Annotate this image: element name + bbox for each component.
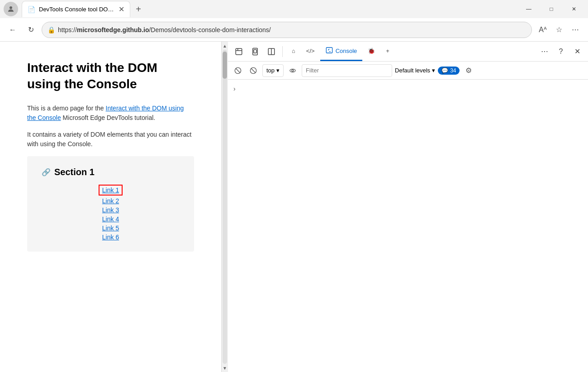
url-prefix: https:// bbox=[58, 26, 77, 33]
section-1-heading: 🔗 Section 1 bbox=[42, 167, 180, 177]
tab-debug[interactable]: 🐞 bbox=[362, 42, 380, 61]
more-options-button[interactable]: ⋯ bbox=[568, 23, 583, 37]
console-tab-icon bbox=[326, 47, 333, 55]
section-link-5[interactable]: Link 5 bbox=[102, 224, 119, 232]
devtools-tabs: ⌂ </> Console 🐞 + bbox=[286, 42, 395, 61]
url-bar[interactable]: 🔒 https://microsoftedge.github.io/Demos/… bbox=[42, 22, 532, 38]
context-label: top bbox=[266, 67, 275, 74]
inspect-element-button[interactable] bbox=[232, 44, 246, 59]
default-levels-selector[interactable]: Default levels ▾ bbox=[395, 67, 435, 74]
profile-icon[interactable] bbox=[4, 2, 18, 16]
scroll-up-arrow[interactable]: ▲ bbox=[222, 43, 228, 49]
devtools-close-button[interactable]: ✕ bbox=[570, 44, 584, 59]
section-link-4[interactable]: Link 4 bbox=[102, 215, 119, 223]
svg-line-9 bbox=[328, 49, 329, 50]
active-tab[interactable]: 📄 DevTools Console tool DOM inte ✕ bbox=[22, 1, 130, 17]
refresh-button[interactable]: ↻ bbox=[24, 23, 38, 37]
new-tab-button[interactable]: + bbox=[132, 3, 145, 15]
address-bar: ← ↻ 🔒 https://microsoftedge.github.io/De… bbox=[0, 18, 588, 42]
scroll-track bbox=[223, 50, 227, 364]
section-link-6[interactable]: Link 6 bbox=[102, 234, 119, 241]
url-text: https://microsoftedge.github.io/Demos/de… bbox=[58, 26, 271, 33]
scroll-indicator: ▲ ▼ bbox=[222, 42, 228, 372]
message-count-value: 34 bbox=[450, 67, 456, 74]
toolbar-separator bbox=[282, 46, 283, 57]
source-icon: </> bbox=[306, 48, 315, 54]
window-controls: — □ ✕ bbox=[518, 2, 584, 16]
console-tab-label: Console bbox=[336, 48, 357, 54]
favorites-button[interactable]: ☆ bbox=[552, 23, 566, 37]
title-bar: 📄 DevTools Console tool DOM inte ✕ + — □… bbox=[0, 0, 588, 18]
console-content: › bbox=[228, 80, 588, 372]
filter-input[interactable] bbox=[302, 64, 392, 77]
bug-icon: 🐞 bbox=[368, 48, 375, 54]
devtools-help-button[interactable]: ? bbox=[554, 44, 568, 59]
url-path: /Demos/devtools-console-dom-interactions… bbox=[149, 26, 270, 33]
address-actions: Aᴬ ☆ ⋯ bbox=[536, 23, 583, 37]
paragraph-1-suffix: Microsoft Edge DevTools tutorial. bbox=[61, 114, 156, 121]
paragraph-2: It contains a variety of DOM elements th… bbox=[27, 130, 194, 149]
maximize-button[interactable]: □ bbox=[541, 2, 562, 16]
devtools-toolbar-end: ⋯ ? ✕ bbox=[537, 44, 584, 59]
section-link-3[interactable]: Link 3 bbox=[102, 206, 119, 214]
context-selector[interactable]: top ▾ bbox=[262, 64, 284, 77]
tab-icon: 📄 bbox=[28, 6, 35, 13]
close-button[interactable]: ✕ bbox=[564, 2, 584, 16]
tab-bar: 📄 DevTools Console tool DOM inte ✕ + bbox=[22, 1, 518, 17]
section-1-links: Link 1 Link 2 Link 3 Link 4 Link 5 Link … bbox=[42, 185, 180, 241]
tab-title: DevTools Console tool DOM inte bbox=[39, 6, 115, 13]
devtools-toolbar: ⌂ </> Console 🐞 + ⋯ bbox=[228, 42, 588, 62]
message-count-badge: 💬 34 bbox=[438, 67, 460, 75]
console-prompt[interactable]: › bbox=[232, 83, 241, 94]
back-button[interactable]: ← bbox=[5, 23, 20, 37]
section-link-1[interactable]: Link 1 bbox=[99, 185, 123, 196]
message-count-icon: 💬 bbox=[441, 67, 448, 74]
console-settings-button[interactable]: ⚙ bbox=[462, 64, 475, 77]
svg-point-0 bbox=[9, 6, 12, 9]
webpage-content: Interact with the DOM using the Console … bbox=[0, 42, 222, 372]
url-domain: microsoftedge.github.io bbox=[77, 26, 149, 33]
svg-rect-1 bbox=[236, 48, 242, 55]
clear-console-button[interactable] bbox=[232, 64, 244, 77]
tab-elements[interactable]: ⌂ bbox=[286, 42, 301, 61]
svg-rect-8 bbox=[326, 48, 332, 53]
device-mode-button[interactable] bbox=[248, 44, 262, 59]
main-area: Interact with the DOM using the Console … bbox=[0, 42, 588, 372]
scroll-down-arrow[interactable]: ▼ bbox=[222, 365, 228, 371]
toggle-panel-button[interactable] bbox=[264, 44, 279, 59]
paragraph-1: This is a demo page for the Interact wit… bbox=[27, 104, 194, 123]
svg-line-12 bbox=[236, 68, 240, 72]
svg-line-14 bbox=[251, 68, 255, 72]
lock-icon: 🔒 bbox=[47, 26, 55, 33]
add-tab-icon: + bbox=[386, 48, 389, 54]
svg-point-16 bbox=[292, 70, 294, 72]
page-heading: Interact with the DOM using the Console bbox=[27, 60, 194, 93]
eye-button[interactable] bbox=[286, 64, 299, 77]
filter-button[interactable] bbox=[247, 64, 260, 77]
minimize-button[interactable]: — bbox=[518, 2, 539, 16]
section-1-box: 🔗 Section 1 Link 1 Link 2 Link 3 Link 4 … bbox=[27, 156, 194, 252]
paragraph-1-prefix: This is a demo page for the bbox=[27, 105, 106, 112]
chain-icon: 🔗 bbox=[42, 168, 51, 176]
devtools-more-button[interactable]: ⋯ bbox=[537, 44, 552, 59]
section-1-title: Section 1 bbox=[54, 167, 95, 177]
context-dropdown-icon: ▾ bbox=[276, 67, 280, 74]
tab-sources[interactable]: </> bbox=[301, 42, 320, 61]
tab-close-button[interactable]: ✕ bbox=[119, 6, 124, 13]
read-aloud-button[interactable]: Aᴬ bbox=[536, 23, 550, 37]
section-link-2[interactable]: Link 2 bbox=[102, 197, 119, 205]
scroll-thumb[interactable] bbox=[223, 52, 227, 79]
levels-dropdown-icon: ▾ bbox=[432, 67, 435, 74]
devtools-panel: ⌂ </> Console 🐞 + ⋯ bbox=[228, 42, 588, 372]
tab-console[interactable]: Console bbox=[320, 42, 363, 61]
tab-add[interactable]: + bbox=[380, 42, 395, 61]
home-icon: ⌂ bbox=[292, 48, 295, 54]
console-toolbar: top ▾ Default levels ▾ 💬 34 ⚙ bbox=[228, 62, 588, 80]
default-levels-label: Default levels bbox=[395, 67, 430, 74]
svg-rect-5 bbox=[254, 49, 256, 53]
